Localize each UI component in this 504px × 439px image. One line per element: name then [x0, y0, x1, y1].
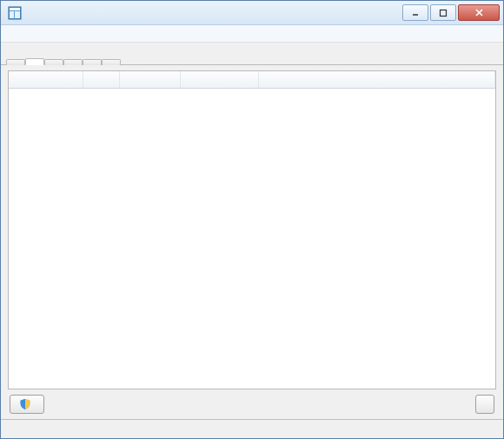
status-bar [1, 419, 503, 438]
process-rows[interactable] [9, 89, 495, 389]
task-manager-window [0, 0, 504, 439]
shield-icon [19, 398, 31, 410]
header-cpu[interactable] [120, 71, 181, 88]
maximize-button[interactable] [430, 4, 456, 21]
tab-processes[interactable] [25, 58, 44, 65]
process-list [8, 70, 496, 389]
button-row [8, 389, 496, 416]
content-area [1, 65, 503, 419]
header-description[interactable] [259, 71, 495, 88]
tab-performance[interactable] [63, 59, 83, 65]
header-memory[interactable] [181, 71, 259, 88]
menubar [1, 25, 503, 43]
tab-networking[interactable] [83, 59, 102, 65]
end-process-button[interactable] [475, 395, 494, 414]
minimize-button[interactable] [402, 4, 428, 21]
tab-users[interactable] [102, 59, 121, 65]
tab-services[interactable] [44, 59, 63, 65]
svg-rect-2 [10, 11, 14, 18]
tab-strip [1, 43, 503, 65]
svg-rect-5 [441, 10, 447, 16]
svg-rect-3 [15, 11, 20, 18]
svg-rect-1 [10, 8, 20, 10]
header-image-name[interactable] [9, 71, 83, 88]
close-button[interactable] [458, 4, 500, 21]
show-all-users-button[interactable] [10, 395, 44, 414]
app-icon [8, 6, 22, 20]
column-headers [9, 71, 495, 89]
titlebar[interactable] [1, 1, 503, 25]
tab-applications[interactable] [6, 59, 25, 65]
header-pid[interactable] [83, 71, 120, 88]
